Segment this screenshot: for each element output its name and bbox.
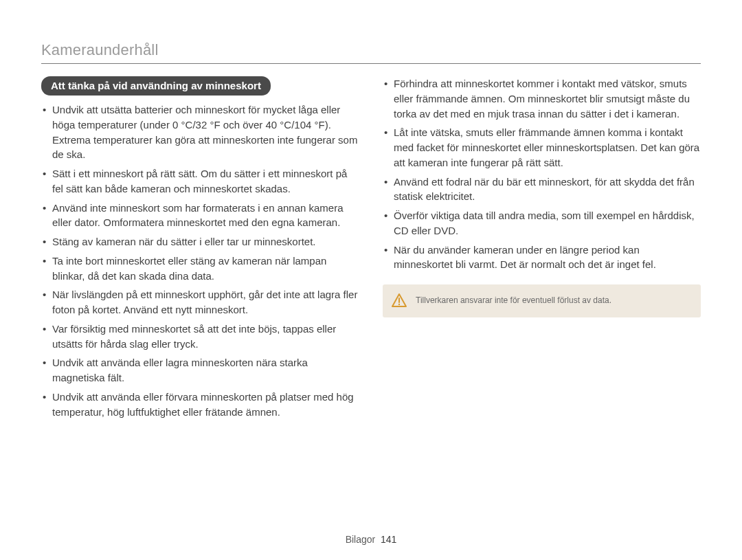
svg-point-2 <box>398 304 400 305</box>
list-item: Var försiktig med minneskortet så att de… <box>41 322 359 352</box>
list-item: Ta inte bort minneskortet eller stäng av… <box>41 254 359 284</box>
page-footer: Bilagor 141 <box>0 534 742 545</box>
section-pill: Att tänka på vid användning av minneskor… <box>41 76 271 96</box>
list-item: Stäng av kameran när du sätter i eller t… <box>41 234 359 249</box>
list-item: När du använder kameran under en längre … <box>383 243 701 273</box>
list-item: Undvik att använda eller lagra minneskor… <box>41 355 359 385</box>
left-column: Att tänka på vid användning av minneskor… <box>41 76 359 423</box>
list-item: Sätt i ett minneskort på rätt sätt. Om d… <box>41 166 359 197</box>
document-page: Kameraunderhåll Att tänka på vid användn… <box>0 0 742 560</box>
warning-icon <box>391 293 407 309</box>
title-divider <box>41 63 701 64</box>
list-item: Förhindra att minneskortet kommer i kont… <box>383 76 701 121</box>
left-bullet-list: Undvik att utsätta batterier och minnesk… <box>41 102 359 419</box>
list-item: Undvik att utsätta batterier och minnesk… <box>41 102 359 162</box>
caution-text: Tillverkaren ansvarar inte för eventuell… <box>416 295 611 306</box>
list-item: Använd ett fodral när du bär ett minnesk… <box>383 175 701 205</box>
list-item: När livslängden på ett minneskort upphör… <box>41 287 359 317</box>
page-title: Kameraunderhåll <box>41 41 701 59</box>
footer-page-number: 141 <box>381 534 396 545</box>
caution-note: Tillverkaren ansvarar inte för eventuell… <box>383 284 701 317</box>
content-columns: Att tänka på vid användning av minneskor… <box>41 76 701 423</box>
list-item: Låt inte vätska, smuts eller främmande ä… <box>383 125 701 170</box>
right-column: Förhindra att minneskortet kommer i kont… <box>383 76 701 423</box>
list-item: Använd inte minneskort som har formatera… <box>41 201 359 231</box>
footer-section: Bilagor <box>346 534 376 545</box>
list-item: Överför viktiga data till andra media, s… <box>383 208 701 238</box>
right-bullet-list: Förhindra att minneskortet kommer i kont… <box>383 76 701 272</box>
list-item: Undvik att använda eller förvara minnesk… <box>41 390 359 420</box>
